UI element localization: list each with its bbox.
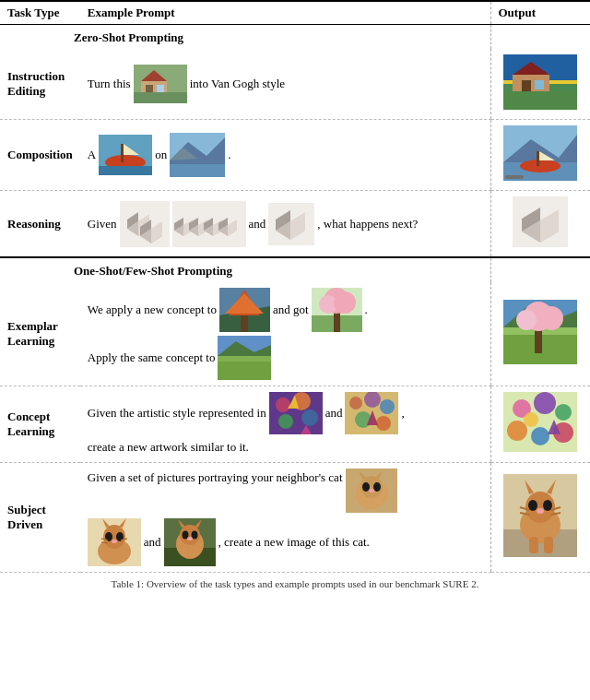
one-shot-header: One-Shot/Few-Shot Prompting [0, 257, 590, 282]
composition-output-image [503, 125, 577, 181]
composition-type: Composition [0, 120, 80, 191]
svg-rect-146 [544, 537, 553, 553]
col-task-type: Task Type [0, 1, 80, 25]
reasoning-type: Reasoning [0, 191, 80, 258]
cherry-image [312, 288, 362, 332]
svg-point-140 [537, 508, 544, 514]
svg-rect-27 [537, 151, 539, 166]
lake-image [170, 133, 225, 177]
svg-rect-4 [157, 85, 164, 92]
svg-point-80 [539, 306, 563, 330]
reasoning-prompt: Given [80, 191, 490, 258]
reasoning-output [490, 191, 590, 258]
svg-point-91 [380, 399, 395, 414]
svg-point-102 [524, 412, 538, 427]
svg-rect-145 [529, 537, 538, 553]
svg-point-111 [369, 489, 374, 492]
exemplar-learning-row: Exemplar Learning We apply a new concept… [0, 282, 590, 386]
concept-learning-type: Concept Learning [0, 386, 80, 463]
boat-image [99, 135, 152, 175]
composition-output [490, 120, 590, 191]
svg-point-68 [334, 291, 356, 314]
instruction-editing-type: Instruction Editing [0, 49, 80, 120]
table-header: Task Type Example Prompt Output [0, 1, 590, 25]
concept-learning-prompt: Given the artistic style represented in … [80, 386, 490, 463]
svg-rect-13 [503, 91, 577, 110]
svg-point-100 [531, 427, 549, 445]
svg-rect-5 [134, 92, 187, 103]
zero-shot-header: Zero-Shot Prompting [0, 25, 590, 50]
svg-point-82 [276, 397, 290, 412]
svg-point-138 [528, 500, 537, 511]
svg-rect-72 [218, 362, 271, 380]
green-field-image [218, 336, 271, 380]
svg-point-85 [278, 414, 293, 429]
exemplar-output-image [503, 300, 577, 364]
svg-point-79 [516, 310, 537, 330]
svg-point-131 [187, 537, 193, 540]
reasoning-output-image [513, 196, 568, 247]
svg-rect-11 [522, 80, 531, 93]
composition-prompt: A on [80, 120, 490, 191]
concept-output-image [503, 392, 577, 452]
col-example-prompt: Example Prompt [80, 1, 490, 25]
composition-row: Composition A on [0, 120, 590, 191]
svg-rect-29 [505, 175, 524, 179]
exemplar-learning-type: Exemplar Learning [0, 282, 80, 386]
subject-driven-output [490, 462, 590, 572]
subject-output-image [503, 474, 577, 557]
svg-point-93 [376, 416, 391, 431]
svg-point-109 [362, 482, 370, 492]
svg-point-97 [534, 392, 556, 414]
reasoning-row: Reasoning Given [0, 191, 590, 258]
svg-point-119 [112, 540, 117, 543]
instruction-editing-row: Instruction Editing Turn this into Van G… [0, 49, 590, 120]
cubes1-image [120, 201, 170, 247]
exemplar-learning-prompt: We apply a new concept to and got [80, 282, 490, 386]
instruction-editing-output [490, 49, 590, 120]
svg-rect-12 [535, 80, 544, 89]
svg-rect-18 [99, 166, 152, 175]
svg-rect-62 [241, 315, 248, 332]
concept-learning-output [490, 386, 590, 463]
svg-point-98 [555, 404, 572, 421]
cube3-image [268, 203, 314, 245]
autumn-image [219, 288, 270, 332]
col-output: Output [490, 1, 590, 25]
art2-image [345, 392, 398, 434]
svg-point-110 [373, 482, 381, 492]
svg-point-26 [520, 160, 560, 172]
table-caption: Table 1: Overview of the task types and … [0, 573, 590, 591]
cubes2-image [172, 201, 246, 247]
art1-image [269, 392, 323, 434]
instruction-editing-output-image [503, 54, 577, 110]
svg-rect-21 [170, 164, 225, 177]
concept-learning-row: Concept Learning Given the artistic styl… [0, 386, 590, 463]
svg-point-84 [301, 409, 318, 426]
cat2-image [88, 518, 141, 566]
one-shot-label: One-Shot/Few-Shot Prompting [0, 257, 490, 282]
svg-rect-16 [121, 144, 124, 162]
svg-point-89 [349, 397, 362, 409]
cat3-image [164, 518, 216, 566]
zero-shot-label: Zero-Shot Prompting [0, 25, 490, 50]
svg-point-139 [543, 500, 552, 511]
house-image [134, 65, 187, 103]
svg-line-121 [101, 542, 108, 543]
cat1-image [346, 469, 397, 513]
subject-driven-row: Subject Driven Given a set of pictures p… [0, 462, 590, 572]
subject-driven-type: Subject Driven [0, 462, 80, 572]
instruction-editing-prompt: Turn this into Van Gogh style [80, 49, 490, 120]
subject-driven-prompt: Given a set of pictures portraying your … [80, 462, 490, 572]
exemplar-learning-output [490, 282, 590, 386]
svg-point-99 [507, 421, 527, 441]
